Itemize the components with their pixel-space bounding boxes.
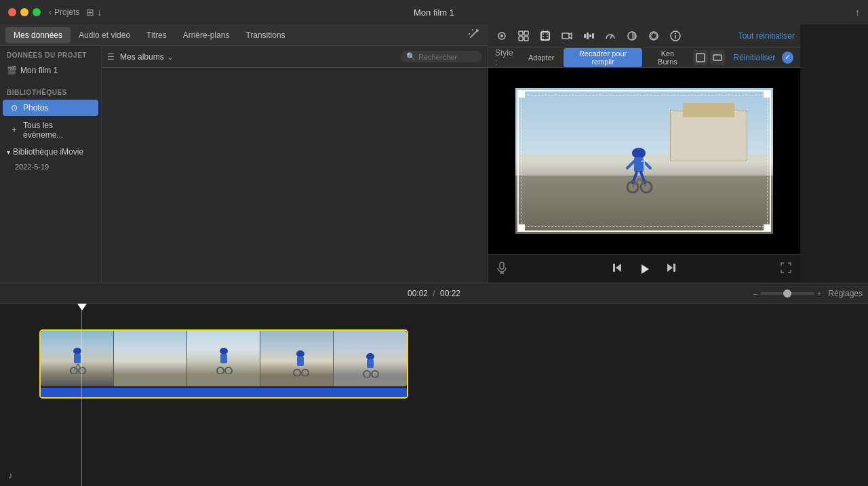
crop-icon[interactable]: [537, 28, 553, 44]
search-icon: 🔍: [406, 52, 416, 61]
down-arrow-icon[interactable]: ↓: [97, 7, 102, 18]
style-btn-recadrer[interactable]: Recadrer pour remplir: [564, 48, 642, 67]
sidebar-imovie-library[interactable]: ▾ Bibliothèque iMovie: [0, 144, 101, 160]
libraries-section-label: BIBLIOTHÈQUES: [0, 83, 101, 99]
reinitialiser-button[interactable]: Réinitialiser: [733, 53, 775, 62]
svg-point-61: [366, 353, 374, 360]
svg-rect-18: [589, 35, 591, 37]
tab-arriere-plans[interactable]: Arrière-plans: [175, 27, 238, 43]
svg-marker-44: [642, 264, 649, 274]
toolbar-tabs: Mes données Audio et vidéo Titres Arrièr…: [0, 27, 299, 43]
skip-forward-button[interactable]: [666, 262, 677, 276]
album-selector[interactable]: Mes albums ⌄: [120, 52, 174, 62]
svg-rect-10: [519, 37, 523, 41]
svg-rect-15: [562, 33, 569, 39]
selector-chevron-icon: ⌄: [167, 52, 174, 62]
color-grade-icon[interactable]: [646, 28, 662, 44]
zoom-out-icon[interactable]: –: [753, 289, 757, 298]
svg-point-47: [73, 348, 81, 355]
zoom-in-icon[interactable]: +: [817, 289, 821, 298]
svg-marker-42: [616, 264, 621, 272]
svg-rect-29: [634, 157, 644, 172]
wand-button[interactable]: [468, 28, 480, 42]
clip-3[interactable]: [187, 331, 260, 386]
crop-style-1-button[interactable]: [693, 50, 708, 65]
color-icon[interactable]: [515, 28, 532, 44]
reset-all-button[interactable]: Tout réinitialiser: [738, 31, 795, 41]
layout-icon[interactable]: ⊞: [86, 7, 94, 18]
tab-transitions[interactable]: Transitions: [237, 27, 293, 43]
svg-line-0: [471, 31, 477, 37]
sidebar-library-sub[interactable]: 2022-5-19: [0, 160, 101, 171]
svg-point-25: [675, 33, 676, 34]
clip-5[interactable]: [334, 331, 407, 386]
confirm-button[interactable]: ✓: [782, 52, 793, 64]
album-name: Mes albums: [120, 52, 164, 62]
events-label: Tous les évèneme...: [23, 121, 92, 140]
clip-4[interactable]: [260, 331, 334, 386]
search-input[interactable]: [418, 53, 473, 61]
reglages-button[interactable]: Réglages: [828, 289, 863, 298]
export-icon[interactable]: ↑: [855, 7, 860, 18]
skip-back-button[interactable]: [612, 262, 623, 276]
clips-container[interactable]: [41, 331, 407, 386]
fullscreen-button[interactable]: [780, 262, 792, 277]
clip-2[interactable]: [114, 331, 187, 386]
svg-point-57: [296, 350, 304, 357]
svg-rect-46: [673, 264, 675, 272]
video-preview: +: [488, 68, 800, 254]
camera-adjust-icon[interactable]: [494, 28, 510, 44]
tab-audio-video[interactable]: Audio et vidéo: [71, 27, 138, 43]
style-bar: Style : Adapter Recadrer pour remplir Ke…: [488, 47, 800, 68]
sidebar-item-project[interactable]: 🎬 Mon film 1: [3, 62, 98, 79]
mic-button[interactable]: [496, 262, 507, 277]
tab-titres[interactable]: Titres: [138, 27, 175, 43]
film-icon: 🎬: [7, 66, 16, 75]
crop-style-2-button[interactable]: [710, 50, 725, 65]
svg-rect-11: [524, 37, 528, 41]
audio-icon[interactable]: [580, 28, 597, 44]
svg-point-56: [225, 367, 232, 374]
style-btn-adapter[interactable]: Adapter: [523, 52, 560, 63]
preview-toolbar-left: [494, 28, 684, 44]
svg-point-28: [632, 148, 646, 159]
sidebar: DONNÉES DU PROJET 🎬 Mon film 1 BIBLIOTHÈ…: [0, 46, 102, 283]
window-title: Mon film 1: [414, 7, 454, 18]
style-btn-ken-burns[interactable]: Ken Burns: [646, 48, 690, 67]
zoom-slider[interactable]: [760, 292, 814, 295]
svg-rect-62: [367, 359, 374, 368]
svg-line-30: [627, 161, 634, 168]
svg-point-64: [372, 371, 378, 378]
close-button[interactable]: [8, 8, 16, 16]
media-browser-header: ☰ Mes albums ⌄ 🔍: [102, 46, 488, 68]
tab-mes-donnees[interactable]: Mes données: [5, 27, 71, 43]
video-settings-icon[interactable]: [559, 28, 575, 44]
minimize-button[interactable]: [20, 8, 28, 16]
time-separator: /: [433, 289, 437, 298]
search-bar[interactable]: 🔍: [401, 51, 482, 62]
svg-point-55: [217, 367, 224, 374]
projects-label[interactable]: Projets: [54, 7, 79, 17]
speedometer-icon[interactable]: [602, 28, 618, 44]
chevron-down-icon: ▾: [7, 148, 10, 156]
svg-rect-39: [500, 262, 504, 269]
preview-area: Tout réinitialiser Style : Adapter Recad…: [488, 24, 800, 283]
info-icon[interactable]: [667, 28, 684, 44]
maximize-button[interactable]: [33, 8, 41, 16]
sidebar-item-photos[interactable]: ⊙ Photos: [3, 100, 98, 116]
grid-view-icon[interactable]: ☰: [107, 52, 115, 62]
back-button[interactable]: ‹ Projets: [49, 7, 79, 17]
style-label: Style :: [495, 48, 516, 67]
playback-controls: [488, 254, 800, 283]
timeline-body: ♪: [0, 304, 868, 486]
reset-all-label: Tout réinitialiser: [738, 31, 795, 41]
titlebar: ‹ Projets ⊞ ↓ Mon film 1 ↑: [0, 0, 868, 24]
svg-rect-26: [696, 54, 705, 62]
play-button[interactable]: [633, 258, 655, 280]
sidebar-item-tous-evenements[interactable]: + Tous les évèneme...: [3, 117, 98, 143]
transition-icon[interactable]: [624, 28, 640, 44]
chevron-left-icon: ‹: [49, 7, 52, 17]
svg-point-53: [220, 348, 228, 355]
clip-1[interactable]: [41, 331, 114, 386]
project-label: Mon film 1: [20, 66, 58, 75]
